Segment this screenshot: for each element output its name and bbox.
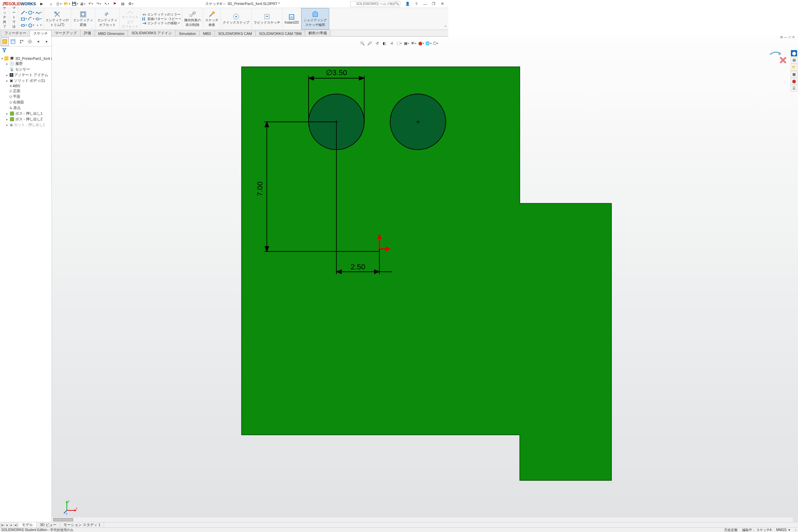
feature-manager-tabs: ◂ ▸ [0, 37, 52, 46]
svg-rect-14 [142, 19, 143, 20]
tree-origin[interactable]: ↳ 原点 [1, 105, 51, 111]
dynamic-annotation-icon[interactable]: 𝘈 [388, 40, 395, 46]
view-settings-icon[interactable]: 🖵 [432, 40, 439, 46]
tree-boss-extrude2[interactable]: ▸🟩 ボス - 押し出し2 [1, 116, 51, 122]
tab-mbd-dimension[interactable]: MBD Dimension [94, 31, 128, 36]
view-orientation-icon[interactable]: ⬚ [396, 40, 402, 46]
display-style-icon[interactable]: ▦ [403, 40, 410, 46]
tree-root[interactable]: ▾🟨 🎓 3D_PrinterPart1_for4 (ﾃﾞ [1, 56, 51, 61]
expand-menu-icon[interactable]: ▶ [38, 0, 45, 8]
svg-rect-13 [144, 18, 145, 19]
tab-sw-cam-tbm[interactable]: SOLIDWORKS CAM TBM [255, 31, 305, 36]
tree-sensors[interactable]: 📡 センサー [1, 66, 51, 72]
ribbon-collapse-icon[interactable]: ^ [444, 25, 446, 29]
tree-plane-front[interactable]: ◇ 正面 [1, 88, 51, 94]
ellipse-tool[interactable] [35, 16, 42, 22]
zoom-area-icon[interactable]: 🔎 [366, 40, 373, 46]
trim-entities-button[interactable]: エンティティの トリム(T) [43, 8, 71, 30]
user-account-icon[interactable]: 👤 [404, 1, 412, 7]
shaded-sketch-contours-button[interactable]: シェイディング スケッチ輪郭 [301, 8, 329, 30]
display-delete-relations-button[interactable]: 幾何拘束の 表示/削除 [182, 8, 203, 30]
restore-button[interactable]: ❐ [430, 1, 438, 7]
undo-icon[interactable]: ↶ [87, 0, 94, 8]
line-tool[interactable] [20, 10, 27, 16]
tree-boss-extrude1[interactable]: ▸🟩 ボス - 押し出し1 [1, 111, 51, 116]
help-search[interactable]: ? 🔍 [350, 1, 400, 7]
spline-tool[interactable] [35, 10, 42, 16]
tab-analysis-prep[interactable]: 解析の準備 [305, 30, 330, 36]
tab-sw-cam[interactable]: SOLIDWORKS CAM [214, 31, 256, 36]
save-icon[interactable]: 💾 [71, 0, 78, 8]
tree-annotations[interactable]: ▸🅰 アノテート アイテム [1, 72, 51, 78]
linear-pattern-button[interactable]: 直線パターン コピー [142, 17, 180, 21]
tab-evaluate[interactable]: 評価 [80, 30, 95, 36]
title-bar: 𝓓S SOLIDWORKS ▶ ⌂ 🗋 📂 💾 🖶 ↶ ↷ ↖ ⚑ ▤ ⚙ スケ… [0, 0, 448, 8]
rectangle-tool[interactable] [20, 16, 27, 22]
model-viewport[interactable]: ∅3.50 7.00 2.50 [52, 37, 448, 299]
move-entities-button[interactable]: エンティティの移動 [142, 21, 180, 25]
tree-plane-top[interactable]: ◇ 平面 [1, 94, 51, 99]
open-icon[interactable]: 📂 [63, 0, 71, 8]
tab-sketch[interactable]: スケッチ [30, 30, 52, 37]
point-tool[interactable] [35, 22, 42, 28]
tree-cut-extrude1[interactable]: ▸▣ カット - 押し出し1 [1, 122, 51, 128]
tree-history[interactable]: ▸🕘 履歴 [1, 61, 51, 66]
new-icon[interactable]: 🗋 [55, 0, 62, 8]
dimxpert-manager-tab[interactable] [26, 37, 34, 46]
tab-sw-addins[interactable]: SOLIDWORKS アドイン [128, 30, 175, 36]
tab-markup[interactable]: マークアップ [51, 30, 80, 36]
fm-nav-right-icon[interactable]: ▸ [43, 37, 51, 46]
svg-rect-25 [3, 40, 7, 43]
print-icon[interactable]: 🖶 [79, 0, 87, 8]
convert-entities-button[interactable]: エンティティ 変換 [71, 8, 95, 30]
home-icon[interactable]: ⌂ [47, 0, 55, 8]
tab-features[interactable]: フィーチャー [1, 30, 30, 36]
rebuild-icon[interactable]: ⚑ [111, 0, 118, 8]
apply-scene-icon[interactable]: 🌐 [425, 40, 432, 46]
zoom-to-fit-icon[interactable]: 🔍 [359, 40, 366, 46]
help-search-input[interactable] [350, 1, 400, 7]
redo-icon[interactable]: ↷ [95, 0, 102, 8]
dim-vertical-value[interactable]: 7.00 [255, 182, 264, 196]
configuration-manager-tab[interactable] [18, 37, 25, 46]
fm-tree-tab[interactable] [1, 37, 8, 46]
mirror-entities-button[interactable]: エンティティのミラー [142, 12, 180, 17]
exit-sketch-button[interactable]: スケッチ 終了 [0, 8, 9, 22]
svg-point-21 [235, 16, 237, 17]
section-view-icon[interactable]: ◧ [381, 40, 388, 46]
previous-view-icon[interactable]: ↺ [374, 40, 380, 46]
filter-icon[interactable] [2, 48, 7, 53]
close-button[interactable]: ✕ [438, 1, 446, 7]
arc-tool[interactable] [27, 16, 35, 22]
help-icon[interactable]: ? [412, 1, 420, 7]
svg-point-8 [37, 25, 38, 25]
instant2d-button[interactable]: 2D Instant2D [283, 8, 301, 30]
minimize-button[interactable]: — [421, 1, 429, 7]
repair-sketch-button[interactable]: スケッチ 修復 [203, 8, 221, 30]
slot-tool[interactable] [20, 22, 27, 28]
settings-icon[interactable]: ⚙ [127, 0, 134, 8]
circle-tool[interactable] [27, 10, 35, 16]
offset-on-surface-button[interactable]: サーフェス 上で オフセット [120, 8, 141, 30]
offset-entities-button[interactable]: エンティティ オフセット [95, 8, 120, 30]
fm-nav-left-icon[interactable]: ◂ [34, 37, 42, 46]
quick-snaps-button[interactable]: クイックスナップ [221, 8, 252, 30]
dim-diameter-value[interactable]: ∅3.50 [326, 68, 347, 77]
rapid-sketch-button[interactable]: ラピッドスケッチ [252, 8, 283, 30]
document-title: スケッチ4 ← 3D_PrinterPart1_for4.SLDPRT * [134, 1, 350, 6]
edit-appearance-icon[interactable]: ⬤ [418, 40, 424, 46]
tab-simulation[interactable]: Simulation [175, 31, 200, 36]
heads-up-view-toolbar: 🔍 🔎 ↺ ◧ 𝘈 ⬚ ▦ 👁 ⬤ 🌐 🖵 [358, 39, 440, 47]
tree-material[interactable]: ≡ ABS [1, 83, 51, 88]
graphics-area[interactable]: ∅3.50 7.00 2.50 y x [52, 37, 448, 299]
tree-plane-right[interactable]: ◇ 右側面 [1, 99, 51, 105]
tree-solid-bodies[interactable]: ▸▣ ソリッド ボディ(1) [1, 78, 51, 83]
polygon-tool[interactable] [27, 22, 35, 28]
options-list-icon[interactable]: ▤ [119, 0, 126, 8]
hide-show-icon[interactable]: 👁 [410, 40, 417, 46]
dim-horizontal-value[interactable]: 2.50 [350, 262, 365, 271]
tab-mbd[interactable]: MBD [199, 31, 214, 36]
smart-dimension-button[interactable]: スマート 寸法 [9, 8, 19, 22]
property-manager-tab[interactable] [9, 37, 17, 46]
select-icon[interactable]: ↖ [103, 0, 110, 8]
